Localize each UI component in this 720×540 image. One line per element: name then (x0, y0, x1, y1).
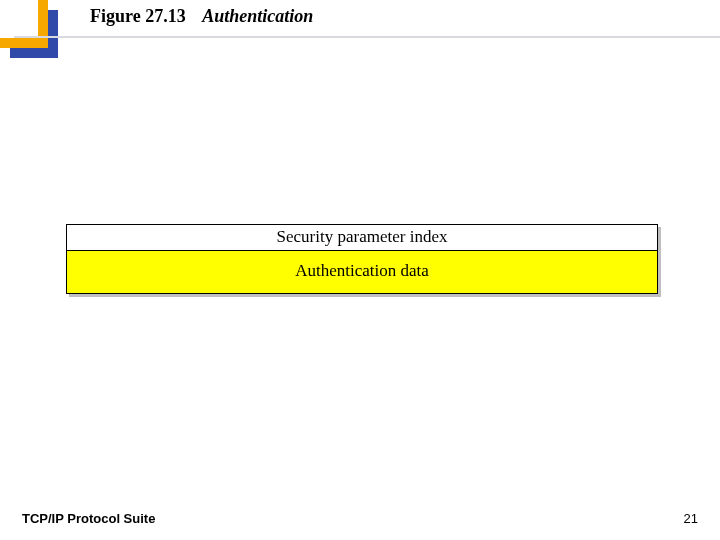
field-authentication-data: Authentication data (67, 251, 657, 293)
title-divider (14, 36, 720, 38)
figure-label: Figure 27.13 (90, 6, 186, 26)
packet-format-box: Security parameter index Authentication … (66, 224, 658, 294)
figure-title: Authentication (202, 6, 313, 26)
field-security-parameter-index: Security parameter index (67, 225, 657, 251)
page-number: 21 (684, 511, 698, 526)
logo-orange-horizontal (0, 38, 48, 48)
footer-title: TCP/IP Protocol Suite (22, 511, 155, 526)
logo-orange-vertical (38, 0, 48, 38)
logo-blue-horizontal (10, 48, 58, 58)
slide-logo (0, 0, 84, 80)
figure-caption: Figure 27.13 Authentication (90, 6, 313, 27)
